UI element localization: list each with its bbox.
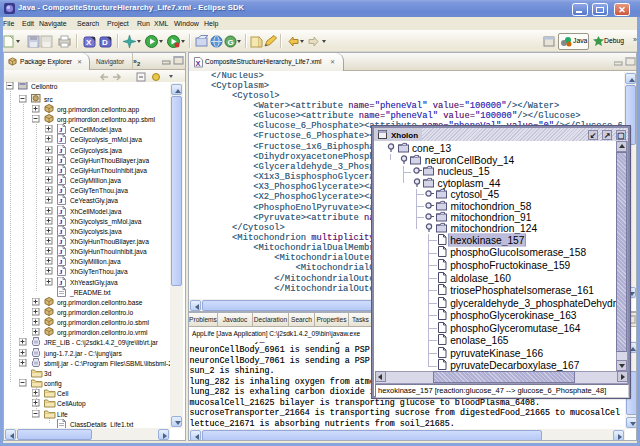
svg-text:G: G xyxy=(228,38,234,47)
svg-text:X: X xyxy=(196,59,201,68)
svg-text:D: D xyxy=(102,38,108,47)
svg-text:X: X xyxy=(86,38,92,47)
